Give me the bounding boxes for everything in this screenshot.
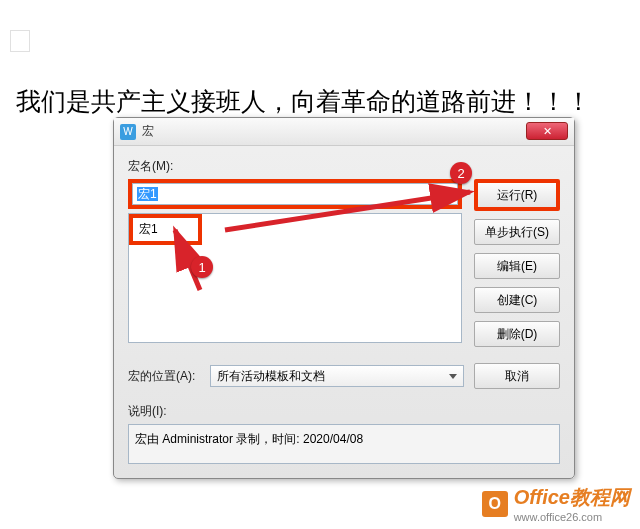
run-button[interactable]: 运行(R) [474, 179, 560, 211]
dialog-title: 宏 [142, 123, 154, 140]
macro-name-label: 宏名(M): [128, 158, 560, 175]
create-button[interactable]: 创建(C) [474, 287, 560, 313]
watermark: O Office教程网 www.office26.com [482, 484, 630, 523]
macro-name-input[interactable]: 宏1 [132, 183, 458, 205]
macro-dialog: W 宏 ✕ 宏名(M): 宏1 宏1 运行(R) 单步执行(S) 编辑(E) 创… [113, 117, 575, 479]
annotation-badge-1: 1 [191, 256, 213, 278]
edit-button[interactable]: 编辑(E) [474, 253, 560, 279]
list-item[interactable]: 宏1 [133, 218, 198, 241]
annotation-badge-2: 2 [450, 162, 472, 184]
location-combo[interactable]: 所有活动模板和文档 [210, 365, 464, 387]
brand-url: www.office26.com [514, 511, 630, 523]
close-button[interactable]: ✕ [526, 122, 568, 140]
document-text: 我们是共产主义接班人，向着革命的道路前进！！！ [16, 85, 591, 118]
doc-marker [10, 30, 30, 52]
highlight-list-item: 宏1 [129, 214, 202, 245]
brand-icon: O [482, 491, 508, 517]
highlight-input: 宏1 [128, 179, 462, 209]
dialog-titlebar: W 宏 ✕ [114, 118, 574, 146]
step-button[interactable]: 单步执行(S) [474, 219, 560, 245]
description-label: 说明(I): [128, 403, 560, 420]
cancel-button[interactable]: 取消 [474, 363, 560, 389]
brand-name: Office教程网 [514, 484, 630, 511]
location-label: 宏的位置(A): [128, 368, 200, 385]
description-box: 宏由 Administrator 录制，时间: 2020/04/08 [128, 424, 560, 464]
app-icon: W [120, 124, 136, 140]
macro-listbox[interactable]: 宏1 [128, 213, 462, 343]
delete-button[interactable]: 删除(D) [474, 321, 560, 347]
